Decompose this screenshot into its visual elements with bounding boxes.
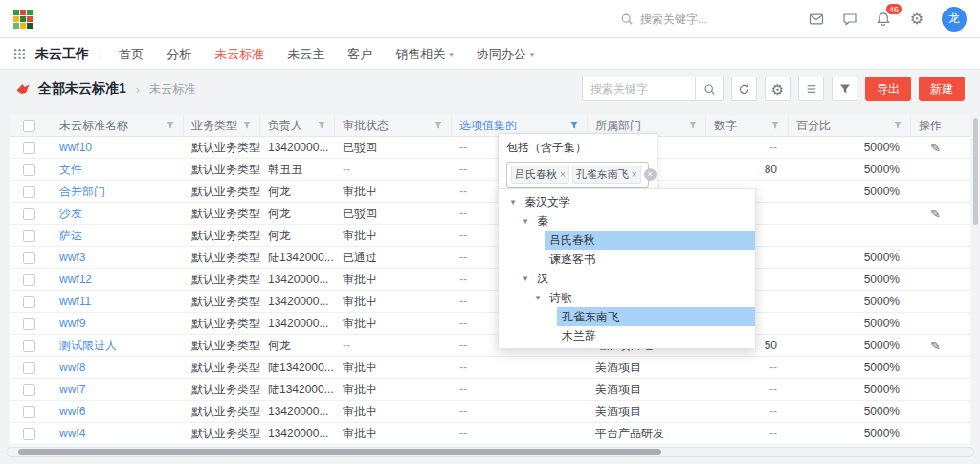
column-header-name[interactable]: 未云标准名称	[52, 115, 184, 136]
nav-item-3[interactable]: 未云标准	[214, 46, 264, 63]
filter-icon[interactable]	[569, 121, 579, 130]
cell-owner: 13420000...	[260, 317, 335, 330]
row-checkbox[interactable]	[23, 164, 35, 176]
filter-icon[interactable]	[434, 121, 443, 130]
cell-name[interactable]: wwf8	[52, 361, 184, 374]
list-search-button[interactable]	[695, 77, 724, 101]
tree-node[interactable]: ▾秦汉文学	[499, 192, 755, 211]
vertical-scrollbar-thumb[interactable]	[973, 118, 978, 225]
tree-node-label: 木兰辞	[557, 326, 755, 345]
row-checkbox-cell	[10, 384, 52, 396]
filter-icon[interactable]	[317, 121, 326, 130]
cell-name[interactable]: wwf6	[52, 405, 184, 418]
apps-grid-icon[interactable]	[13, 48, 26, 60]
table-settings-gear-icon[interactable]: ⚙	[765, 77, 791, 101]
cell-type: 默认业务类型	[184, 140, 260, 156]
cell-type: 默认业务类型	[184, 228, 260, 244]
edit-icon[interactable]: ✎	[919, 207, 941, 221]
tree-node[interactable]: ▾秦	[499, 211, 755, 231]
tree-node[interactable]: 吕氏春秋	[499, 231, 755, 250]
cell-name[interactable]: wwf3	[52, 251, 184, 264]
filter-icon[interactable]	[770, 121, 780, 130]
cell-owner: 13420000...	[260, 427, 335, 440]
avatar[interactable]: 龙	[942, 7, 967, 32]
vertical-scrollbar[interactable]	[972, 116, 979, 445]
cell-approval: --	[335, 339, 452, 352]
remove-tag-icon[interactable]: ×	[560, 169, 566, 180]
view-title[interactable]: 全部未云标准1	[38, 80, 126, 98]
list-view-icon[interactable]	[798, 77, 824, 101]
filter-icon[interactable]	[166, 121, 175, 130]
row-checkbox[interactable]	[23, 186, 35, 198]
cell-name[interactable]: wwf10	[52, 141, 184, 154]
chat-icon[interactable]	[841, 11, 858, 28]
nav-item-5[interactable]: 客户	[347, 46, 372, 63]
filter-funnel-icon[interactable]	[832, 77, 858, 101]
tree-node[interactable]: 木兰辞	[499, 326, 755, 345]
row-checkbox[interactable]	[23, 230, 35, 242]
global-search[interactable]: 搜索关键字...	[620, 0, 707, 38]
cell-name[interactable]: wwf7	[52, 383, 184, 396]
tree-node[interactable]: ▾汉	[499, 269, 755, 288]
row-checkbox[interactable]	[23, 428, 35, 440]
row-checkbox[interactable]	[23, 208, 35, 220]
create-button[interactable]: 新建	[919, 77, 965, 101]
edit-icon[interactable]: ✎	[919, 339, 941, 353]
cell-name[interactable]: 沙发	[52, 206, 184, 222]
select-all-checkbox[interactable]	[23, 120, 35, 132]
row-checkbox[interactable]	[23, 406, 35, 418]
workspace-title[interactable]: 未云工作	[35, 46, 89, 63]
cell-name[interactable]: 测试限进人	[52, 338, 184, 354]
column-header-action[interactable]: 操作	[911, 115, 970, 136]
tree-node-label: 谏逐客书	[545, 250, 755, 269]
caret-down-icon[interactable]: ▾	[506, 197, 520, 207]
column-header-number[interactable]: 数字	[706, 115, 789, 136]
column-header-percent[interactable]: 百分比	[789, 115, 911, 136]
remove-tag-icon[interactable]: ×	[632, 169, 637, 180]
filter-icon[interactable]	[242, 121, 252, 130]
column-header-approval[interactable]: 审批状态	[335, 115, 452, 136]
export-button[interactable]: 导出	[865, 77, 911, 101]
nav-item-2[interactable]: 分析	[167, 46, 191, 63]
filter-icon[interactable]	[688, 121, 698, 130]
nav-item-6[interactable]: 销售相关▾	[395, 46, 454, 63]
refresh-icon[interactable]	[731, 77, 757, 101]
app-logo-icon[interactable]	[13, 10, 33, 29]
row-checkbox[interactable]	[23, 384, 35, 396]
nav-item-4[interactable]: 未云主	[287, 46, 324, 63]
clear-tags-icon[interactable]: ×	[644, 168, 657, 181]
cell-name[interactable]: 合并部门	[52, 184, 184, 200]
row-checkbox[interactable]	[23, 274, 35, 286]
row-checkbox[interactable]	[23, 252, 35, 264]
edit-icon[interactable]: ✎	[919, 141, 941, 155]
row-checkbox[interactable]	[23, 318, 35, 330]
horizontal-scrollbar[interactable]	[6, 447, 974, 457]
cell-name[interactable]: 萨达	[52, 228, 184, 244]
horizontal-scrollbar-thumb[interactable]	[18, 449, 661, 455]
mail-icon[interactable]	[808, 11, 825, 28]
cell-name[interactable]: wwf9	[52, 317, 184, 330]
tree-node[interactable]: 谏逐客书	[499, 250, 755, 269]
column-header-type[interactable]: 业务类型	[184, 115, 260, 136]
cell-name[interactable]: 文件	[52, 162, 184, 178]
row-checkbox[interactable]	[23, 340, 35, 352]
cell-name[interactable]: wwf4	[52, 427, 184, 440]
gear-icon[interactable]: ⚙	[908, 11, 925, 28]
filter-tag-input[interactable]: 吕氏春秋×孔雀东南飞××	[506, 162, 649, 188]
row-checkbox[interactable]	[23, 296, 35, 308]
row-checkbox[interactable]	[23, 362, 35, 374]
cell-name[interactable]: wwf11	[52, 295, 184, 308]
tree-node[interactable]: ▾诗歌	[499, 288, 755, 307]
cell-name[interactable]: wwf12	[52, 273, 184, 286]
row-checkbox[interactable]	[23, 142, 35, 154]
tree-node[interactable]: 孔雀东南飞	[499, 307, 755, 326]
caret-down-icon[interactable]: ▾	[519, 274, 532, 283]
nav-item-1[interactable]: 首页	[119, 46, 144, 63]
column-header-owner[interactable]: 负责人	[260, 115, 335, 136]
caret-down-icon[interactable]: ▾	[519, 216, 532, 226]
nav-item-7[interactable]: 协同办公▾	[477, 46, 535, 63]
notifications-bell-icon[interactable]: 46	[875, 11, 892, 28]
caret-down-icon[interactable]: ▾	[531, 293, 545, 302]
list-search-input[interactable]	[582, 77, 695, 101]
filter-icon[interactable]	[893, 121, 902, 130]
